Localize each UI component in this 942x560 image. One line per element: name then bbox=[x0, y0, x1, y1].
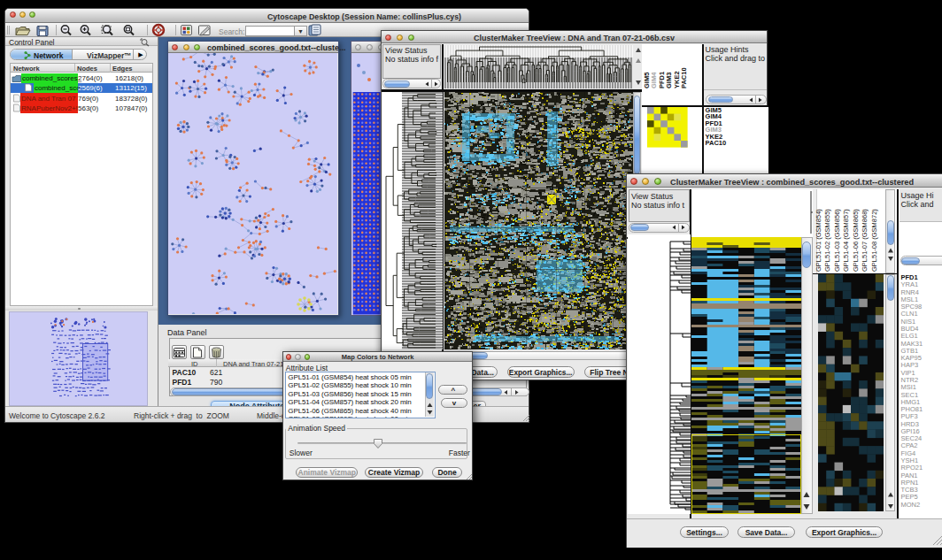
svg-text:GPL51-06 (GSM865): GPL51-06 (GSM865) bbox=[852, 209, 860, 272]
svg-text:GPL51-03 (GSM856): GPL51-03 (GSM856) bbox=[833, 209, 841, 272]
svg-text:PAC10: PAC10 bbox=[680, 67, 688, 88]
svg-text:GPL51-07 (GSM868): GPL51-07 (GSM868) bbox=[861, 209, 869, 272]
svg-text:GPL51-08 (GSM872): GPL51-08 (GSM872) bbox=[870, 209, 878, 272]
svg-text:GPL51-02 (GSM855): GPL51-02 (GSM855) bbox=[823, 209, 831, 272]
svg-text:GPL51-04 (GSM857): GPL51-04 (GSM857) bbox=[842, 209, 850, 272]
svg-text:GPL51-01 (GSM854): GPL51-01 (GSM854) bbox=[815, 209, 822, 272]
